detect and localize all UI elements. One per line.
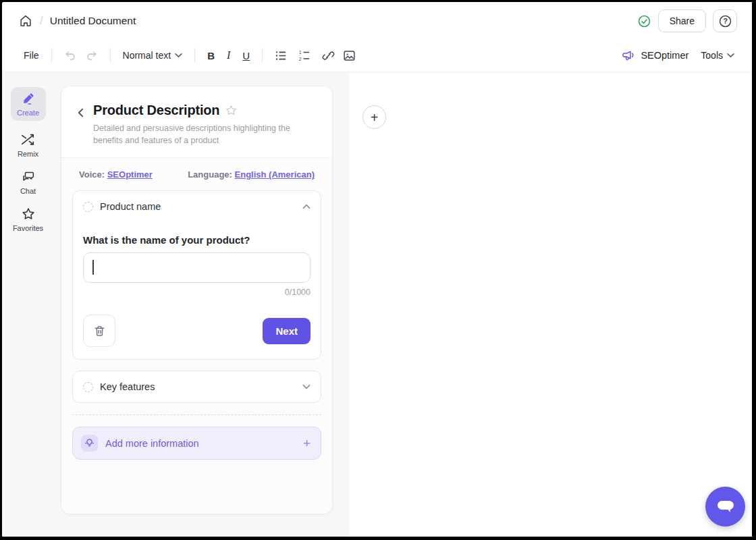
link-icon	[322, 49, 335, 62]
question-text: What is the name of your product?	[83, 234, 310, 246]
undo-button[interactable]	[60, 47, 81, 65]
add-block-button[interactable]: +	[362, 105, 386, 129]
help-button[interactable]: ?	[713, 9, 737, 32]
bold-button[interactable]: B	[203, 47, 219, 64]
insert-image-button[interactable]	[339, 47, 360, 65]
text-style-dropdown[interactable]: Normal text	[119, 47, 187, 63]
panel-body: Voice: SEOptimer Language: English (Amer…	[61, 157, 332, 514]
sidebar-item-label: Create	[17, 109, 39, 117]
toolbar-separator	[51, 48, 52, 63]
brand-voice-label: SEOptimer	[641, 50, 688, 61]
main-content: Create Remix Chat Favorites	[2, 71, 752, 537]
bullet-list-button[interactable]	[271, 47, 292, 65]
home-icon	[18, 14, 33, 28]
underline-button[interactable]: U	[238, 47, 254, 64]
undo-icon	[64, 49, 77, 62]
section-title: Key features	[100, 381, 155, 392]
dashed-divider	[72, 414, 321, 415]
add-more-information-button[interactable]: Add more information +	[72, 427, 321, 460]
product-name-card-header[interactable]: Product name	[73, 191, 321, 222]
voice-language-row: Voice: SEOptimer Language: English (Amer…	[72, 169, 321, 180]
redo-button[interactable]	[81, 47, 102, 65]
chat-icon	[21, 169, 36, 184]
pen-icon	[21, 92, 35, 106]
favorite-star-icon[interactable]	[225, 104, 238, 117]
tools-dropdown[interactable]: Tools	[701, 50, 734, 61]
sidebar-item-label: Chat	[20, 187, 36, 195]
toolbar-separator	[110, 48, 111, 63]
svg-text:1: 1	[299, 49, 302, 54]
document-title[interactable]: Untitled Document	[50, 15, 136, 27]
delete-section-button[interactable]	[83, 315, 115, 347]
saved-check-icon	[637, 14, 651, 28]
document-canvas[interactable]: +	[349, 71, 752, 537]
voice-setting: Voice: SEOptimer	[79, 169, 153, 180]
chevron-down-icon[interactable]	[302, 384, 310, 389]
incomplete-status-icon	[83, 202, 93, 212]
text-caret	[92, 260, 94, 275]
section-title: Product name	[100, 201, 161, 212]
text-style-value: Normal text	[123, 50, 171, 61]
home-button[interactable]	[18, 14, 33, 28]
chevron-down-icon	[175, 53, 182, 58]
file-menu-button[interactable]: File	[20, 47, 43, 63]
top-bar: / Untitled Document Share ?	[2, 2, 752, 40]
sidebar-item-label: Favorites	[13, 224, 43, 232]
key-features-card-header[interactable]: Key features	[73, 371, 321, 402]
star-icon	[21, 207, 36, 221]
next-button[interactable]: Next	[263, 318, 310, 344]
back-button[interactable]	[75, 104, 86, 122]
shuffle-icon	[20, 132, 35, 147]
breadcrumb-separator: /	[40, 14, 43, 28]
insert-link-button[interactable]	[318, 47, 339, 65]
lightbulb-icon	[81, 435, 98, 452]
template-panel: Product Description Detailed and persuas…	[61, 86, 333, 514]
svg-text:?: ?	[723, 17, 728, 25]
chevron-down-icon	[727, 53, 734, 58]
section-card-product-name: Product name What is the name of your pr…	[72, 190, 321, 360]
voice-link[interactable]: SEOptimer	[107, 169, 153, 180]
plus-icon: +	[303, 437, 310, 450]
template-subtitle: Detailed and persuasive descriptions hig…	[93, 122, 319, 146]
image-icon	[343, 49, 356, 62]
add-more-label: Add more information	[105, 438, 199, 449]
incomplete-status-icon	[83, 382, 93, 392]
support-chat-button[interactable]	[705, 487, 745, 526]
trash-icon	[93, 325, 106, 338]
share-button[interactable]: Share	[658, 9, 706, 32]
product-name-card-body: What is the name of your product? 0/1000	[73, 222, 321, 359]
sidebar-item-favorites[interactable]: Favorites	[13, 207, 43, 232]
sidebar-item-remix[interactable]: Remix	[18, 132, 38, 158]
app-window: / Untitled Document Share ? File	[0, 0, 756, 540]
left-sidebar: Create Remix Chat Favorites	[2, 71, 54, 537]
language-setting: Language: English (American)	[188, 169, 315, 180]
template-title: Product Description	[93, 103, 219, 118]
editor-toolbar: File Normal text B I U	[2, 40, 752, 71]
section-card-key-features: Key features	[72, 371, 321, 403]
panel-header: Product Description Detailed and persuas…	[61, 86, 332, 157]
tools-label: Tools	[701, 50, 723, 61]
numbered-list-button[interactable]: 12	[294, 47, 315, 65]
bullet-list-icon	[275, 49, 288, 62]
sidebar-item-chat[interactable]: Chat	[20, 169, 36, 195]
megaphone-icon	[622, 49, 636, 62]
svg-text:2: 2	[299, 56, 302, 61]
char-counter: 0/1000	[83, 288, 310, 297]
language-link[interactable]: English (American)	[235, 169, 315, 180]
chevron-up-icon[interactable]	[302, 204, 310, 209]
brand-voice-button[interactable]: SEOptimer	[622, 49, 688, 62]
chevron-left-icon	[78, 108, 84, 117]
toolbar-separator	[194, 48, 195, 63]
template-panel-column: Product Description Detailed and persuas…	[54, 71, 349, 537]
language-label: Language:	[188, 169, 232, 180]
sidebar-item-label: Remix	[18, 150, 38, 158]
sidebar-item-create[interactable]: Create	[11, 87, 46, 121]
voice-label: Voice:	[79, 169, 105, 180]
speech-bubble-icon	[716, 498, 735, 515]
toolbar-separator	[262, 48, 263, 63]
help-icon: ?	[718, 14, 732, 28]
italic-button[interactable]: I	[223, 47, 234, 64]
redo-icon	[85, 49, 98, 62]
product-name-input[interactable]	[83, 252, 310, 283]
numbered-list-icon: 12	[298, 49, 311, 62]
